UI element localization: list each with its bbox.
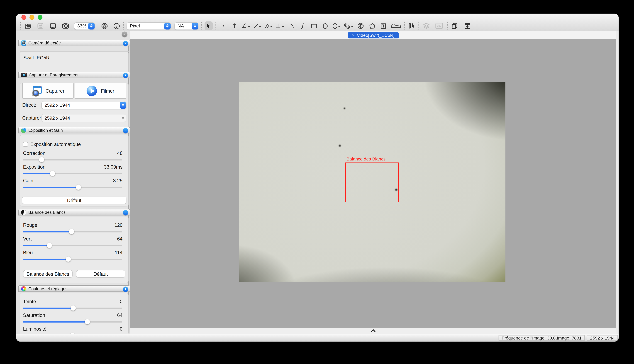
exposure-slider[interactable]: [22, 170, 122, 176]
dust-speck: [339, 145, 341, 147]
perpendicular-tool[interactable]: ⊥: [276, 21, 284, 30]
collapse-panel-button[interactable]: «: [123, 128, 128, 133]
line-tool[interactable]: [253, 21, 261, 30]
svg-text:i: i: [116, 24, 117, 28]
record-button[interactable]: Filmer: [75, 83, 126, 98]
info-icon[interactable]: i: [112, 21, 120, 30]
gain-slider[interactable]: [22, 184, 122, 190]
slider-label: Saturation: [23, 312, 45, 318]
slider-label: Gain: [23, 178, 34, 184]
open-file-icon[interactable]: [24, 21, 32, 30]
chevron-down-icon: [282, 26, 284, 29]
angle-tool[interactable]: ∠: [242, 21, 250, 30]
white-balance-default-button[interactable]: Défaut: [76, 270, 125, 277]
slider-thumb[interactable]: [85, 319, 90, 324]
ellipse-tool[interactable]: [321, 21, 329, 30]
slider-thumb[interactable]: [66, 256, 71, 262]
cursor-tool[interactable]: [204, 21, 213, 30]
green-slider[interactable]: [22, 242, 122, 248]
copy-icon[interactable]: [450, 21, 458, 30]
slider-thumb[interactable]: [76, 184, 81, 190]
zoom-window-button[interactable]: [38, 15, 42, 20]
slider-label: Luminosité: [23, 326, 46, 332]
capture-button-label: Capturer: [46, 88, 64, 94]
titlebar: [16, 14, 619, 20]
expand-up-icon[interactable]: [371, 329, 376, 334]
slider-value: 0: [120, 299, 122, 304]
linked-annotation-tool[interactable]: [344, 21, 353, 30]
slider-thumb[interactable]: [47, 243, 52, 248]
collapse-sidebar-button[interactable]: «: [122, 32, 127, 37]
camera-list-item[interactable]: Swift_EC5R: [20, 51, 128, 64]
tab-bar: × Vidéo[Swift_EC5R]: [130, 31, 616, 39]
rectangle-tool[interactable]: [310, 21, 318, 30]
parallel-lines-tool[interactable]: [264, 21, 272, 30]
video-canvas: Balance des Blancs: [130, 39, 616, 328]
toolbar-separator: [201, 22, 202, 30]
live-resolution-select[interactable]: 2592 x 1944: [42, 102, 126, 109]
exposure-default-button[interactable]: Défaut: [22, 197, 126, 204]
panel-exposure-gain: Exposition et Gain « Exposition automati…: [18, 127, 130, 207]
panel-header[interactable]: Caméra détectée «: [18, 40, 130, 46]
zoom-level-select[interactable]: 33%: [74, 22, 95, 29]
capture-resolution-select[interactable]: 2592 x 1944: [42, 114, 126, 122]
panel-title: Couleurs et réglages: [28, 286, 68, 291]
brightness-slider[interactable]: [22, 332, 122, 334]
frame-rate-status: Fréquence de l'Image: 30.0,Image: 7831: [498, 335, 585, 341]
record-button-label: Filmer: [101, 88, 114, 94]
arc-tool[interactable]: [287, 21, 295, 30]
red-slider[interactable]: [22, 228, 122, 235]
tab-video[interactable]: × Vidéo[Swift_EC5R]: [348, 32, 398, 38]
collapse-panel-button[interactable]: «: [123, 72, 128, 78]
scale-bar-label: 10um: [391, 24, 400, 28]
white-balance-button[interactable]: Balance des Blancs: [24, 270, 72, 277]
panel-header[interactable]: Balance des Blancs «: [18, 209, 130, 215]
collapse-panel-button[interactable]: «: [123, 40, 128, 46]
polygon-tool[interactable]: [368, 21, 376, 30]
panel-header[interactable]: Exposition et Gain «: [18, 127, 130, 133]
white-balance-roi[interactable]: [345, 162, 398, 202]
slider-thumb[interactable]: [69, 229, 74, 234]
csv-label: CSV: [436, 23, 442, 29]
unit-select[interactable]: Pixel: [127, 22, 171, 29]
panel-title: Exposition et Gain: [28, 128, 63, 132]
close-window-button[interactable]: [21, 15, 26, 20]
panel-header[interactable]: Capture et Enregistrement «: [18, 72, 130, 78]
collapse-panel-button[interactable]: «: [123, 286, 128, 292]
point-tool[interactable]: [219, 21, 227, 30]
toolbar: 33% i: [16, 20, 619, 31]
auto-exposure-checkbox[interactable]: [23, 142, 28, 147]
measure-calipers-icon[interactable]: [408, 21, 416, 30]
dust-speck: [344, 108, 345, 109]
tab-label: Vidéo[Swift_EC5R]: [357, 33, 394, 38]
concentric-circles-tool[interactable]: [356, 21, 365, 30]
toolbar-separator: [123, 22, 124, 30]
camera-timer-icon[interactable]: [62, 21, 70, 30]
curve-tool[interactable]: [298, 21, 306, 30]
close-tab-icon[interactable]: ×: [352, 33, 354, 38]
capture-button[interactable]: Capturer: [22, 83, 74, 98]
panel-white-balance: Balance des Blancs « Rouge 120 Vert: [18, 209, 130, 283]
ellipse-variants-tool[interactable]: [332, 21, 340, 30]
arrow-tool[interactable]: ↑: [230, 21, 238, 30]
saturation-slider[interactable]: [22, 318, 122, 325]
panel-header[interactable]: Couleurs et réglages «: [18, 286, 130, 292]
collapse-panel-button[interactable]: «: [123, 210, 128, 215]
panel-title: Balance des Blancs: [28, 210, 66, 214]
blue-slider[interactable]: [22, 256, 122, 262]
objective-select[interactable]: NA: [175, 22, 198, 29]
settings-gear-icon[interactable]: [100, 21, 108, 30]
slider-thumb[interactable]: [50, 171, 55, 176]
hue-slider[interactable]: [22, 305, 122, 311]
scale-bar-tool[interactable]: 10um: [391, 21, 401, 30]
video-frame[interactable]: Balance des Blancs: [239, 82, 506, 282]
minimize-window-button[interactable]: [30, 15, 34, 20]
slider-thumb[interactable]: [70, 333, 75, 334]
record-play-icon: [86, 86, 97, 96]
slider-thumb[interactable]: [39, 157, 44, 162]
slider-thumb[interactable]: [71, 305, 76, 311]
save-burst-icon[interactable]: [49, 21, 57, 30]
text-tool[interactable]: [379, 21, 387, 30]
correction-slider[interactable]: [22, 156, 122, 163]
export-image-icon[interactable]: [463, 21, 472, 30]
